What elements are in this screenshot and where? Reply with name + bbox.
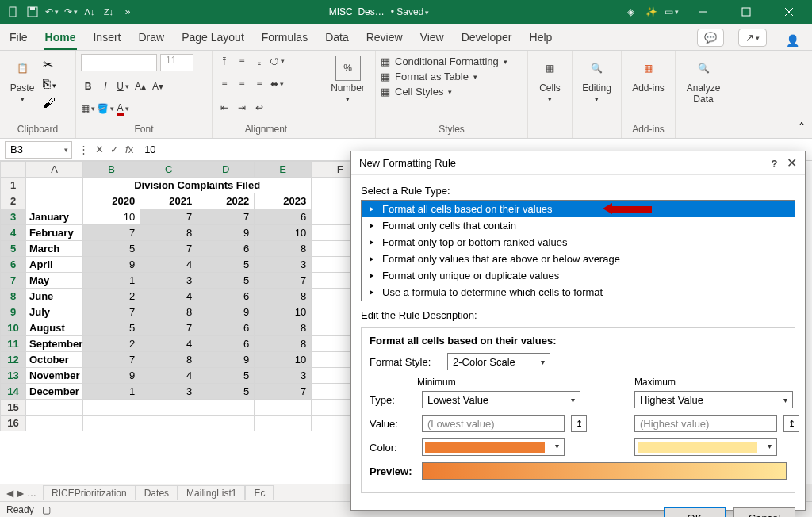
month-cell[interactable]: June bbox=[26, 289, 83, 304]
diamond-icon[interactable]: ◈ bbox=[623, 5, 638, 19]
sheet-tab[interactable]: Dates bbox=[136, 485, 178, 500]
tab-review[interactable]: Review bbox=[365, 26, 404, 50]
font-color-icon[interactable]: A bbox=[116, 101, 130, 116]
row-header[interactable]: 7 bbox=[1, 273, 26, 289]
row-header[interactable]: 1 bbox=[1, 178, 26, 193]
number-format-button[interactable]: % Number ▾ bbox=[325, 54, 370, 105]
row-header[interactable]: 14 bbox=[1, 384, 26, 400]
month-cell[interactable]: July bbox=[26, 304, 83, 320]
sheet-nav-next-icon[interactable]: ▶ bbox=[17, 488, 24, 499]
min-type-select[interactable]: Lowest Value bbox=[422, 391, 580, 408]
increase-font-icon[interactable]: A▴ bbox=[133, 79, 147, 94]
underline-icon[interactable]: U bbox=[116, 79, 130, 94]
sheet-nav-more-icon[interactable]: … bbox=[27, 488, 36, 499]
rule-type-item[interactable]: Use a formula to determine which cells t… bbox=[362, 284, 795, 301]
cancel-formula-icon[interactable]: ✕ bbox=[95, 144, 104, 155]
paste-button[interactable]: 📋 Paste ▾ bbox=[5, 54, 40, 110]
month-cell[interactable]: September bbox=[26, 336, 83, 352]
cell-styles-button[interactable]: ▦Cell Styles▾ bbox=[381, 86, 523, 98]
month-cell[interactable]: August bbox=[26, 320, 83, 336]
data-cell[interactable]: 8 bbox=[255, 289, 312, 304]
data-cell[interactable]: 10 bbox=[255, 304, 312, 320]
data-cell[interactable]: 8 bbox=[255, 320, 312, 336]
max-value-input[interactable]: (Highest value) bbox=[634, 415, 777, 432]
new-file-icon[interactable] bbox=[6, 5, 21, 19]
format-as-table-button[interactable]: ▦Format as Table▾ bbox=[381, 71, 523, 82]
share-button[interactable]: ↗ bbox=[738, 29, 767, 47]
wrap-text-icon[interactable]: ↩ bbox=[252, 101, 266, 115]
data-cell[interactable]: 3 bbox=[140, 273, 197, 289]
data-cell[interactable]: 3 bbox=[255, 257, 312, 273]
ribbon-display-icon[interactable]: ▭ bbox=[665, 5, 679, 19]
data-cell[interactable]: 7 bbox=[140, 320, 197, 336]
row-header[interactable]: 11 bbox=[1, 336, 26, 352]
tab-home[interactable]: Home bbox=[44, 26, 78, 50]
data-cell[interactable]: 3 bbox=[255, 368, 312, 384]
year-header[interactable]: 2023 bbox=[255, 193, 312, 209]
table-title[interactable]: Division Complaints Filed bbox=[83, 178, 312, 193]
min-color-select[interactable] bbox=[422, 438, 565, 456]
data-cell[interactable]: 2 bbox=[83, 289, 140, 304]
rule-type-list[interactable]: Format all cells based on their values F… bbox=[361, 200, 795, 301]
data-cell[interactable]: 2 bbox=[83, 336, 140, 352]
redo-icon[interactable]: ↷ bbox=[63, 5, 78, 19]
data-cell[interactable]: 7 bbox=[255, 273, 312, 289]
data-cell[interactable]: 10 bbox=[83, 209, 140, 225]
rule-type-item[interactable]: Format only unique or duplicate values bbox=[362, 267, 795, 284]
macro-record-icon[interactable]: ▢ bbox=[42, 504, 51, 515]
align-bottom-icon[interactable]: ⭳ bbox=[252, 54, 266, 68]
italic-icon[interactable]: I bbox=[98, 79, 113, 94]
month-cell[interactable]: November bbox=[26, 368, 83, 384]
data-cell[interactable]: 4 bbox=[140, 257, 197, 273]
row-header[interactable]: 5 bbox=[1, 241, 26, 257]
close-window-button[interactable] bbox=[771, 0, 807, 24]
tab-draw[interactable]: Draw bbox=[136, 26, 166, 50]
font-name-select[interactable] bbox=[81, 54, 157, 71]
data-cell[interactable]: 7 bbox=[83, 225, 140, 241]
data-cell[interactable]: 9 bbox=[197, 225, 255, 241]
data-cell[interactable]: 5 bbox=[197, 368, 255, 384]
font-size-select[interactable]: 11 bbox=[160, 54, 193, 71]
align-left-icon[interactable]: ≡ bbox=[217, 77, 232, 91]
col-header[interactable]: A bbox=[26, 162, 83, 178]
comments-button[interactable]: 💬 bbox=[697, 29, 724, 47]
saved-indicator[interactable]: • Saved bbox=[391, 6, 430, 17]
row-header[interactable]: 6 bbox=[1, 257, 26, 273]
data-cell[interactable]: 7 bbox=[140, 209, 197, 225]
tab-insert[interactable]: Insert bbox=[91, 26, 122, 50]
cut-icon[interactable]: ✂ bbox=[43, 57, 56, 72]
row-header[interactable]: 13 bbox=[1, 368, 26, 384]
copy-icon[interactable]: ⎘ bbox=[43, 77, 56, 91]
row-header[interactable]: 16 bbox=[1, 416, 26, 431]
dialog-help-icon[interactable]: ? bbox=[771, 158, 783, 170]
year-header[interactable]: 2022 bbox=[197, 193, 255, 209]
month-cell[interactable]: December bbox=[26, 384, 83, 400]
data-cell[interactable]: 6 bbox=[197, 289, 255, 304]
tab-page-layout[interactable]: Page Layout bbox=[180, 26, 246, 50]
col-header[interactable]: E bbox=[255, 162, 312, 178]
dialog-close-button[interactable]: ✕ bbox=[787, 156, 797, 170]
data-cell[interactable]: 9 bbox=[83, 257, 140, 273]
data-cell[interactable]: 6 bbox=[255, 209, 312, 225]
month-cell[interactable]: March bbox=[26, 241, 83, 257]
bold-icon[interactable]: B bbox=[81, 79, 95, 94]
fill-color-icon[interactable]: 🪣 bbox=[98, 101, 113, 116]
account-icon[interactable]: 👤 bbox=[781, 34, 804, 50]
format-painter-icon[interactable]: 🖌 bbox=[43, 96, 56, 110]
data-cell[interactable]: 9 bbox=[83, 368, 140, 384]
undo-icon[interactable]: ↶ bbox=[44, 5, 59, 19]
data-cell[interactable]: 4 bbox=[140, 289, 197, 304]
data-cell[interactable]: 5 bbox=[197, 257, 255, 273]
data-cell[interactable]: 7 bbox=[83, 352, 140, 368]
month-cell[interactable]: October bbox=[26, 352, 83, 368]
data-cell[interactable]: 9 bbox=[197, 352, 255, 368]
row-header[interactable]: 2 bbox=[1, 193, 26, 209]
row-header[interactable]: 8 bbox=[1, 289, 26, 304]
data-cell[interactable]: 8 bbox=[140, 225, 197, 241]
col-header[interactable]: C bbox=[140, 162, 197, 178]
cells-button[interactable]: ▦Cells▾ bbox=[533, 54, 567, 105]
min-value-input[interactable]: (Lowest value) bbox=[422, 415, 565, 432]
border-icon[interactable]: ▦ bbox=[81, 101, 95, 116]
analyze-data-button[interactable]: 🔍Analyze Data bbox=[680, 54, 726, 106]
decrease-font-icon[interactable]: A▾ bbox=[151, 79, 165, 94]
